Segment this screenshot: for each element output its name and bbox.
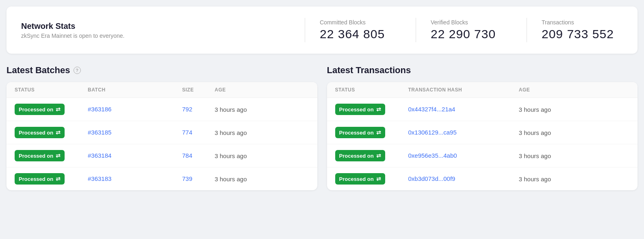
- processed-badge: Processed on ⇄: [15, 173, 65, 185]
- processed-badge: Processed on ⇄: [335, 150, 385, 161]
- tx-hash-link[interactable]: 0xb3d073d...00f9: [408, 175, 455, 182]
- table-row: Processed on ⇄ 0xe956e35...4ab0 3 hours …: [327, 144, 638, 167]
- arrows-icon: ⇄: [376, 129, 381, 136]
- batch-age-cell: 3 hours ago: [215, 152, 309, 159]
- batch-col-age: AGE: [215, 87, 309, 93]
- latest-batches-title: Latest Batches ?: [7, 65, 317, 76]
- tx-age-cell: 3 hours ago: [519, 176, 629, 183]
- batch-size-cell: 792: [182, 106, 215, 113]
- batch-size-cell: 739: [182, 175, 215, 183]
- batches-table: STATUS BATCH SIZE AGE Processed on ⇄ #36…: [7, 82, 317, 190]
- committed-blocks-value: 22 364 805: [320, 27, 385, 41]
- batch-status-cell: Processed on ⇄: [15, 127, 88, 138]
- batch-age-cell: 3 hours ago: [215, 129, 309, 136]
- batch-size-link[interactable]: 774: [182, 129, 192, 136]
- tx-age-cell: 3 hours ago: [519, 152, 629, 159]
- batch-size-link[interactable]: 784: [182, 152, 192, 159]
- network-stats-card: Network Stats zkSync Era Mainnet is open…: [7, 7, 637, 54]
- arrows-icon: ⇄: [56, 129, 61, 136]
- transactions-rows: Processed on ⇄ 0x44327f4...21a4 3 hours …: [327, 98, 638, 190]
- badge-label: Processed on: [339, 176, 374, 182]
- help-icon[interactable]: ?: [74, 67, 81, 74]
- badge-label: Processed on: [19, 153, 53, 159]
- tx-col-status: STATUS: [335, 87, 408, 93]
- batch-size-cell: 784: [182, 152, 215, 159]
- verified-blocks-label: Verified Blocks: [431, 19, 468, 26]
- batch-age-cell: 3 hours ago: [215, 176, 309, 183]
- latest-batches-section: Latest Batches ? STATUS BATCH SIZE AGE P…: [7, 65, 317, 190]
- network-stats-info: Network Stats zkSync Era Mainnet is open…: [21, 22, 290, 39]
- batches-table-header: STATUS BATCH SIZE AGE: [7, 82, 317, 98]
- batch-size-cell: 774: [182, 129, 215, 136]
- divider-2: [416, 18, 416, 42]
- tx-age-cell: 3 hours ago: [519, 129, 629, 136]
- batch-number-cell: #363184: [88, 152, 182, 159]
- verified-blocks-block: Verified Blocks 22 290 730: [431, 19, 512, 41]
- tx-hash-cell: 0x1306129...ca95: [408, 129, 519, 136]
- network-stats-title: Network Stats: [21, 22, 290, 31]
- table-row: Processed on ⇄ #363183 739 3 hours ago: [7, 167, 317, 190]
- arrows-icon: ⇄: [376, 106, 381, 113]
- transactions-table: STATUS TRANSACTION HASH AGE Processed on…: [327, 82, 638, 190]
- batches-rows: Processed on ⇄ #363186 792 3 hours ago P…: [7, 98, 317, 190]
- arrows-icon: ⇄: [56, 106, 61, 113]
- batch-status-cell: Processed on ⇄: [15, 104, 88, 115]
- tx-hash-cell: 0x44327f4...21a4: [408, 106, 519, 113]
- tx-age-cell: 3 hours ago: [519, 106, 629, 113]
- batch-status-cell: Processed on ⇄: [15, 150, 88, 161]
- badge-label: Processed on: [19, 130, 53, 136]
- batch-col-batch: BATCH: [88, 87, 182, 93]
- transactions-label: Transactions: [542, 19, 574, 26]
- arrows-icon: ⇄: [376, 152, 381, 159]
- table-row: Processed on ⇄ #363186 792 3 hours ago: [7, 98, 317, 121]
- processed-badge: Processed on ⇄: [335, 173, 385, 185]
- tx-status-cell: Processed on ⇄: [335, 150, 408, 161]
- tx-hash-cell: 0xb3d073d...00f9: [408, 175, 519, 183]
- badge-label: Processed on: [19, 176, 53, 182]
- batch-size-link[interactable]: 792: [182, 106, 192, 113]
- badge-label: Processed on: [339, 106, 374, 113]
- batch-col-status: STATUS: [15, 87, 88, 93]
- batch-link[interactable]: #363186: [88, 106, 111, 113]
- tx-hash-link[interactable]: 0x44327f4...21a4: [408, 106, 455, 113]
- table-row: Processed on ⇄ #363184 784 3 hours ago: [7, 144, 317, 167]
- table-row: Processed on ⇄ 0x44327f4...21a4 3 hours …: [327, 98, 638, 121]
- batch-col-size: SIZE: [182, 87, 215, 93]
- processed-badge: Processed on ⇄: [15, 127, 65, 138]
- arrows-icon: ⇄: [56, 152, 61, 159]
- transactions-table-header: STATUS TRANSACTION HASH AGE: [327, 82, 638, 98]
- tx-status-cell: Processed on ⇄: [335, 127, 408, 138]
- batch-status-cell: Processed on ⇄: [15, 173, 88, 185]
- batch-number-cell: #363186: [88, 106, 182, 113]
- processed-badge: Processed on ⇄: [15, 150, 65, 161]
- badge-label: Processed on: [19, 106, 53, 113]
- latest-transactions-section: Latest Transactions STATUS TRANSACTION H…: [327, 65, 638, 190]
- batch-age-cell: 3 hours ago: [215, 106, 309, 113]
- processed-badge: Processed on ⇄: [15, 104, 65, 115]
- latest-transactions-title: Latest Transactions: [327, 65, 638, 76]
- table-row: Processed on ⇄ 0x1306129...ca95 3 hours …: [327, 121, 638, 144]
- committed-blocks-label: Committed Blocks: [320, 19, 366, 26]
- table-row: Processed on ⇄ #363185 774 3 hours ago: [7, 121, 317, 144]
- main-content: Latest Batches ? STATUS BATCH SIZE AGE P…: [7, 65, 637, 190]
- tx-hash-link[interactable]: 0xe956e35...4ab0: [408, 152, 457, 159]
- verified-blocks-value: 22 290 730: [431, 27, 496, 41]
- batch-link[interactable]: #363183: [88, 175, 111, 182]
- batch-size-link[interactable]: 739: [182, 175, 192, 182]
- tx-hash-cell: 0xe956e35...4ab0: [408, 152, 519, 159]
- arrows-icon: ⇄: [376, 176, 381, 182]
- network-stats-subtitle: zkSync Era Mainnet is open to everyone.: [21, 33, 290, 39]
- arrows-icon: ⇄: [56, 176, 61, 182]
- table-row: Processed on ⇄ 0xb3d073d...00f9 3 hours …: [327, 167, 638, 190]
- divider-1: [305, 18, 305, 42]
- tx-col-age: AGE: [519, 87, 629, 93]
- transactions-block: Transactions 209 733 552: [542, 19, 623, 41]
- tx-status-cell: Processed on ⇄: [335, 104, 408, 115]
- tx-col-hash: TRANSACTION HASH: [408, 87, 519, 93]
- batch-link[interactable]: #363185: [88, 129, 111, 136]
- tx-status-cell: Processed on ⇄: [335, 173, 408, 185]
- transactions-value: 209 733 552: [542, 27, 614, 41]
- batch-link[interactable]: #363184: [88, 152, 111, 159]
- committed-blocks-block: Committed Blocks 22 364 805: [320, 19, 401, 41]
- tx-hash-link[interactable]: 0x1306129...ca95: [408, 129, 457, 136]
